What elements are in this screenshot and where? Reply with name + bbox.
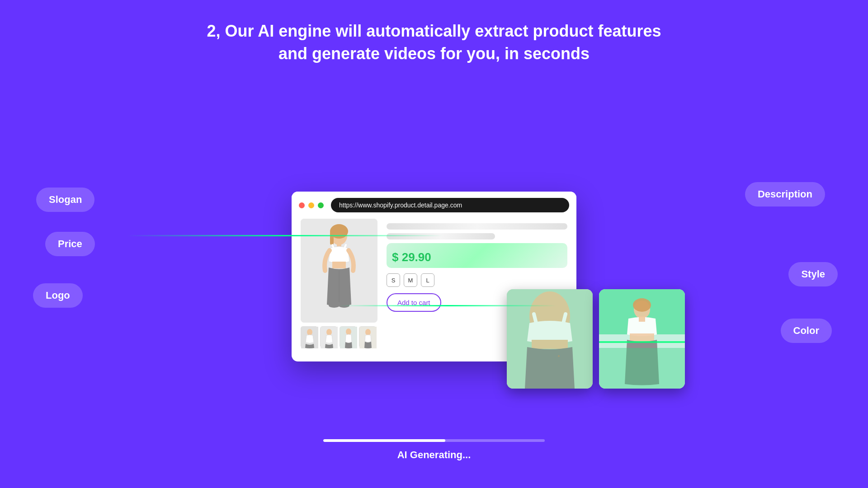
floating-images-container [507, 289, 685, 389]
main-area: Slogan Price Logo Description Style Colo… [0, 66, 868, 488]
progress-bar-track [323, 439, 545, 442]
svg-point-7 [339, 303, 349, 308]
product-figure-svg [301, 219, 377, 323]
address-bar: https://www.shopify.product.detail.page.… [331, 198, 569, 212]
price-text: $ 29.90 [392, 250, 562, 264]
dot-green [318, 202, 324, 208]
green-glow-area: $ 29.90 [387, 243, 567, 268]
add-to-cart-button[interactable]: Add to cart [387, 293, 441, 312]
product-images [301, 219, 377, 348]
size-buttons: S M L [387, 273, 567, 287]
progress-bar-fill [323, 439, 445, 442]
header-line1: 2, Our AI engine will automatically extr… [207, 20, 661, 42]
svg-rect-29 [630, 333, 654, 342]
thumbnail-4[interactable] [359, 326, 376, 348]
header-line2: and generate videos for you, in seconds [207, 42, 661, 65]
svg-rect-5 [332, 262, 346, 268]
size-l[interactable]: L [421, 273, 434, 287]
label-price: Price [45, 232, 95, 256]
label-slogan: Slogan [36, 188, 94, 212]
thumbnail-1[interactable] [301, 326, 318, 348]
label-description: Description [745, 182, 825, 206]
product-main-image [301, 219, 377, 323]
thumbnail-2[interactable] [320, 326, 337, 348]
svg-point-11 [326, 329, 332, 335]
float-image-1-svg [507, 289, 593, 389]
browser-mockup: https://www.shopify.product.detail.page.… [292, 192, 576, 361]
float-image-2-svg [599, 289, 685, 389]
label-style: Style [788, 262, 838, 286]
thumbnail-row [301, 326, 377, 348]
page-wrapper: 2, Our AI engine will automatically extr… [0, 0, 868, 488]
svg-rect-28 [639, 316, 645, 322]
bottom-area: AI Generating... [321, 439, 547, 461]
svg-point-13 [346, 328, 351, 335]
dot-yellow [308, 202, 314, 208]
label-logo: Logo [33, 283, 83, 308]
browser-titlebar: https://www.shopify.product.detail.page.… [292, 192, 576, 219]
label-color: Color [781, 319, 832, 343]
header-title: 2, Our AI engine will automatically extr… [207, 20, 661, 66]
svg-point-15 [365, 329, 371, 335]
svg-point-9 [307, 329, 312, 335]
svg-point-6 [329, 303, 340, 308]
title-skeleton-1 [387, 223, 567, 230]
size-m[interactable]: M [404, 273, 417, 287]
dot-red [299, 202, 305, 208]
svg-rect-31 [599, 341, 685, 343]
title-skeleton-2 [387, 233, 495, 239]
size-s[interactable]: S [387, 273, 400, 287]
generating-text: AI Generating... [397, 449, 471, 461]
svg-rect-30 [599, 348, 685, 389]
svg-point-27 [633, 298, 651, 312]
thumbnail-3[interactable] [340, 326, 357, 348]
svg-rect-3 [330, 231, 334, 245]
svg-rect-23 [507, 289, 593, 389]
float-image-1 [507, 289, 593, 389]
float-image-2 [599, 289, 685, 389]
